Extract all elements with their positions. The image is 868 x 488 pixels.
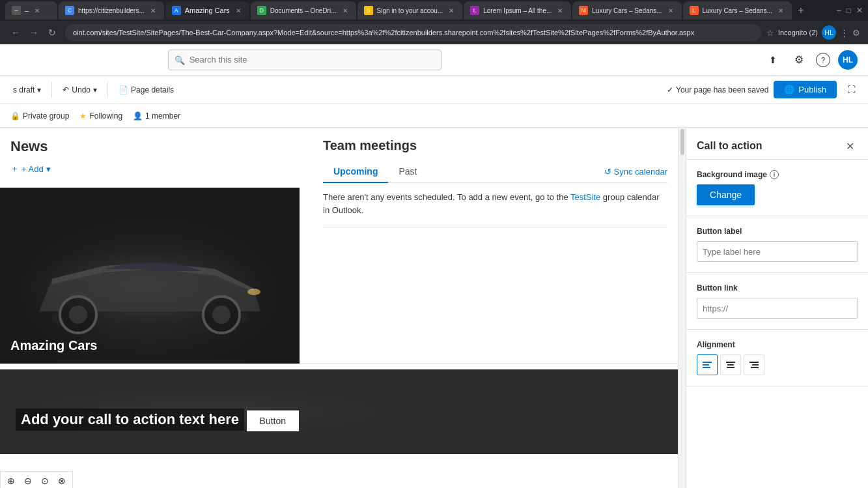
tab-6-favicon: L (470, 6, 479, 15)
align-center-button[interactable] (720, 354, 741, 375)
search-input[interactable] (168, 50, 441, 70)
tab-upcoming[interactable]: Upcoming (323, 161, 388, 183)
url-box[interactable]: oint.com/sites/TestSite/SitePages/The-Be… (65, 24, 761, 41)
extensions-icon[interactable]: ⋮ (840, 28, 848, 38)
tab-8-title: Luxury Cars – Sedans... (703, 7, 772, 14)
svg-point-4 (60, 296, 96, 333)
cta-text: Add your call to action text here (16, 409, 244, 431)
button-label-input[interactable] (697, 241, 858, 262)
tab-3[interactable]: A Amazing Cars ✕ (165, 1, 249, 20)
content-divider (0, 364, 678, 364)
cta-button[interactable]: Button (247, 410, 299, 431)
private-group-label: Private group (23, 111, 69, 121)
scroll-indicator (678, 128, 686, 488)
tab-1-close[interactable]: ✕ (33, 6, 42, 15)
following-item[interactable]: ★ Following (79, 111, 122, 121)
new-tab-button[interactable]: + (793, 3, 809, 18)
tab-7[interactable]: M Luxury Cars – Sedans... ✕ (572, 1, 681, 20)
svg-rect-15 (727, 364, 734, 366)
undo-icon: ↶ (63, 85, 69, 94)
tab-4[interactable]: D Documents – OneDri... ✕ (251, 1, 356, 20)
toolbar-sep-2 (107, 82, 108, 98)
editor-toolbar: s draft ▾ ↶ Undo ▾ 📄 Page details ✓ Your… (0, 76, 868, 104)
draft-button[interactable]: s draft ▾ (8, 83, 46, 97)
publish-button[interactable]: 🌐 Publish (774, 81, 837, 98)
button-link-input[interactable] (697, 298, 858, 319)
bg-image-info-icon[interactable]: i (770, 170, 779, 179)
bg-image-label-text: Background image (697, 170, 767, 179)
tab-2-close[interactable]: ✕ (148, 6, 158, 15)
page-details-button[interactable]: 📄 Page details (113, 83, 179, 97)
tab-3-close[interactable]: ✕ (234, 6, 243, 15)
settings-gear-icon[interactable]: ⚙ (790, 51, 808, 69)
page-details-label: Page details (131, 85, 174, 94)
expand-button[interactable]: ⛶ (842, 81, 860, 99)
news-section: News ＋ + Add ▾ (0, 128, 313, 188)
tab-5[interactable]: S Sign in to your accou... ✕ (357, 1, 463, 20)
svg-rect-12 (703, 364, 709, 366)
help-icon[interactable]: ? (816, 53, 830, 67)
publish-label: Publish (798, 85, 826, 94)
undo-chevron: ▾ (93, 85, 97, 94)
tab-8[interactable]: L Luxury Cars – Sedans... ✕ (683, 1, 792, 20)
zoom-fit-button[interactable]: ⊙ (37, 473, 53, 488)
right-panel: Call to action ✕ Background image i Chan… (686, 128, 868, 488)
tab-2[interactable]: C https://citizenbuilders... ✕ (59, 1, 164, 20)
tab-4-favicon: D (257, 6, 266, 15)
cta-section: Add your call to action text here Button (0, 369, 678, 454)
svg-rect-16 (727, 367, 735, 368)
tab-6[interactable]: L Lorem Ipsum – All the... ✕ (464, 1, 571, 20)
private-group-item: 🔒 Private group (10, 111, 69, 121)
add-label: + Add (21, 164, 44, 174)
tab-1[interactable]: – – ✕ (5, 1, 57, 20)
sync-calendar-button[interactable]: ↺ Sync calendar (604, 167, 667, 177)
testsite-link[interactable]: TestSite (570, 192, 600, 202)
news-card[interactable]: Amazing Cars (0, 188, 300, 364)
align-left-button[interactable] (697, 354, 718, 375)
lock-icon: 🔒 (10, 111, 20, 121)
reload-button[interactable]: ↻ (44, 25, 60, 40)
scroll-thumb[interactable] (680, 129, 684, 155)
tab-8-close[interactable]: ✕ (776, 6, 785, 15)
svg-point-5 (69, 306, 87, 324)
forward-button[interactable]: → (26, 25, 42, 40)
settings-icon[interactable]: ⚙ (852, 28, 860, 38)
add-button[interactable]: ＋ + Add ▾ (10, 160, 302, 177)
tab-4-close[interactable]: ✕ (341, 6, 350, 15)
tab-bar: – – ✕ C https://citizenbuilders... ✕ A A… (5, 0, 834, 21)
draft-chevron: ▾ (37, 85, 41, 94)
undo-button[interactable]: ↶ Undo ▾ (57, 83, 102, 97)
change-button[interactable]: Change (697, 184, 755, 205)
button-label-text: Button label (697, 227, 742, 236)
window-controls: – □ ✕ (837, 6, 863, 15)
publish-icon: 🌐 (784, 85, 794, 94)
align-right-button[interactable] (744, 354, 764, 375)
share-icon[interactable]: ⬆ (764, 51, 782, 69)
news-column: News ＋ + Add ▾ (0, 128, 313, 364)
panel-header: Call to action ✕ (686, 128, 868, 160)
tab-past[interactable]: Past (388, 161, 427, 183)
zoom-in-button[interactable]: ⊕ (3, 473, 19, 488)
profile-icon[interactable]: HL (822, 25, 836, 40)
page-content: News ＋ + Add ▾ (0, 128, 678, 488)
zoom-out-button[interactable]: ⊖ (20, 473, 36, 488)
person-icon: 👤 (133, 111, 143, 121)
panel-close-button[interactable]: ✕ (842, 138, 858, 154)
back-button[interactable]: ← (8, 25, 23, 40)
check-icon: ✓ (667, 85, 673, 94)
members-item[interactable]: 👤 1 member (133, 111, 180, 121)
page-details-icon: 📄 (119, 85, 128, 94)
align-left-icon (702, 360, 712, 370)
car-illustration (0, 188, 300, 364)
button-label-section: Button label (686, 216, 868, 273)
bg-image-section: Background image i Change (686, 160, 868, 216)
tab-5-close[interactable]: ✕ (447, 6, 456, 15)
tab-3-favicon: A (172, 6, 181, 15)
tab-6-close[interactable]: ✕ (555, 6, 565, 15)
tab-7-close[interactable]: ✕ (666, 6, 675, 15)
tab-1-title: – (25, 7, 29, 14)
zoom-clear-button[interactable]: ⊗ (54, 473, 70, 488)
bookmark-icon[interactable]: ☆ (766, 28, 774, 38)
sp-topbar-right: ⬆ ⚙ ? HL (764, 50, 858, 70)
user-avatar[interactable]: HL (838, 50, 858, 70)
